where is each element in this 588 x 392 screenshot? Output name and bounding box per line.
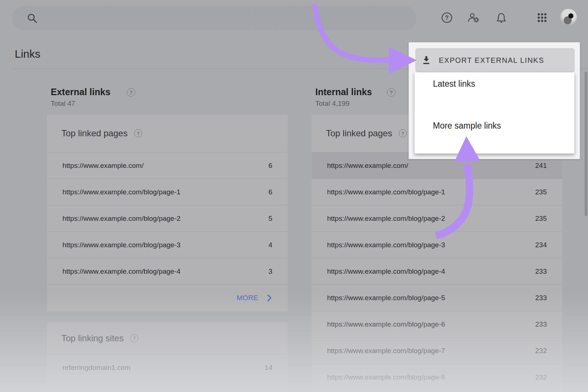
linked-page-url: https://www.example.com/blog/page-4 [62,267,180,276]
table-row[interactable]: https://www.example.com/blog/page-3 234 [312,232,562,258]
external-rows: https://www.example.com/ 6 https://www.e… [47,152,288,285]
chevron-right-icon [267,294,272,302]
export-external-links-button[interactable]: EXPORT EXTERNAL LINKS [415,48,575,72]
internal-links-heading: Internal links [315,87,372,97]
apps-grid-button[interactable] [533,0,551,35]
table-row[interactable]: https://www.example.com/blog/page-1 235 [312,179,562,205]
linked-page-url: https://www.example.com/blog/page-1 [62,188,180,196]
external-links-help-icon[interactable]: ? [127,88,135,97]
table-row[interactable]: referringdomain1.com 14 [47,355,288,381]
links-count: 233 [535,267,547,276]
linked-page-url: https://www.example.com/blog/page-8 [327,373,445,381]
links-count: 5 [268,215,272,223]
linked-page-url: https://www.example.com/blog/page-3 [327,241,445,249]
more-label: MORE [237,294,258,302]
links-count: 235 [535,215,547,223]
linking-sites-rows: referringdomain1.com 14 [47,355,288,381]
page-title: Links [15,48,40,60]
card-title: Top linked pages [61,128,128,139]
help-button[interactable]: ? [438,0,456,35]
links-count: 232 [535,373,547,381]
bell-icon [495,12,507,24]
linking-site-domain: referringdomain1.com [62,364,130,372]
external-links-heading: External links [51,87,111,97]
linked-page-url: https://www.example.com/blog/page-2 [62,215,180,223]
export-button-label: EXPORT EXTERNAL LINKS [439,56,544,65]
card-header: Top linked pages ? [47,115,288,152]
linked-page-url: https://www.example.com/blog/page-1 [327,188,445,196]
links-count: 3 [268,267,272,276]
user-settings-button[interactable] [465,0,482,35]
card-help-icon[interactable]: ? [130,334,138,342]
links-count: 233 [535,320,547,328]
links-count: 232 [535,347,547,355]
table-row[interactable]: https://www.example.com/blog/page-6 233 [312,311,562,338]
table-row[interactable]: https://www.example.com/blog/page-2 5 [47,205,288,232]
internal-rows: https://www.example.com/ 241 https://www… [312,152,562,391]
card-help-icon[interactable]: ? [399,129,407,137]
svg-text:?: ? [445,15,449,21]
links-count: 234 [535,241,547,249]
table-row[interactable]: https://www.example.com/blog/page-8 232 [312,364,562,391]
help-icon: ? [441,12,453,24]
user-settings-icon [467,11,480,24]
links-count: 4 [268,241,272,249]
links-count: 233 [535,294,547,302]
links-count: 14 [265,364,272,372]
search-input[interactable] [12,6,416,30]
table-row[interactable]: https://www.example.com/blog/page-1 6 [47,179,288,205]
linked-page-url: https://www.example.com/blog/page-7 [327,347,445,355]
linked-page-url: https://www.example.com/ [327,162,408,170]
export-spotlight-panel: EXPORT EXTERNAL LINKS More sample linksL… [409,42,580,159]
linked-page-url: https://www.example.com/blog/page-6 [327,320,445,328]
table-row[interactable]: https://www.example.com/blog/page-2 235 [312,205,562,232]
links-count: 235 [535,188,547,196]
export-dropdown-menu: More sample linksLatest links [415,72,574,154]
links-count: 241 [535,162,547,170]
linked-page-url: https://www.example.com/blog/page-5 [327,294,445,302]
internal-links-help-icon[interactable]: ? [387,88,395,97]
export-menu-item[interactable]: Latest links [415,72,574,95]
table-row[interactable]: https://www.example.com/ 6 [47,152,288,179]
card-header: Top linking sites ? [47,322,288,355]
external-top-linked-pages-card: Top linked pages ? https://www.example.c… [47,115,288,312]
internal-links-total: Total 4,199 [315,100,349,108]
table-row[interactable]: https://www.example.com/blog/page-4 3 [47,258,288,285]
external-links-total: Total 47 [51,100,75,108]
table-row[interactable]: https://www.example.com/blog/page-7 232 [312,338,562,364]
export-menu-item[interactable]: More sample links [415,114,574,137]
linked-page-url: https://www.example.com/blog/page-2 [327,215,445,223]
top-linking-sites-card: Top linking sites ? referringdomain1.com… [47,322,288,392]
linked-page-url: https://www.example.com/blog/page-4 [327,267,445,276]
table-row[interactable]: https://www.example.com/blog/page-4 233 [312,258,562,285]
avatar[interactable] [560,9,577,26]
links-count: 6 [268,162,272,170]
table-row[interactable]: https://www.example.com/blog/page-3 4 [47,232,288,258]
scrollbar-thumb[interactable] [585,72,587,216]
linked-page-url: https://www.example.com/blog/page-3 [62,241,180,249]
more-link[interactable]: MORE [47,285,288,311]
card-title: Top linked pages [326,128,392,139]
download-icon [421,55,431,65]
card-title: Top linking sites [61,333,123,344]
table-row[interactable]: https://www.example.com/blog/page-5 233 [312,285,562,311]
notifications-button[interactable] [492,0,510,35]
apps-grid-icon [536,12,548,24]
links-count: 6 [268,188,272,196]
linked-page-url: https://www.example.com/ [62,162,144,170]
card-help-icon[interactable]: ? [134,129,142,137]
search-icon [27,13,38,24]
